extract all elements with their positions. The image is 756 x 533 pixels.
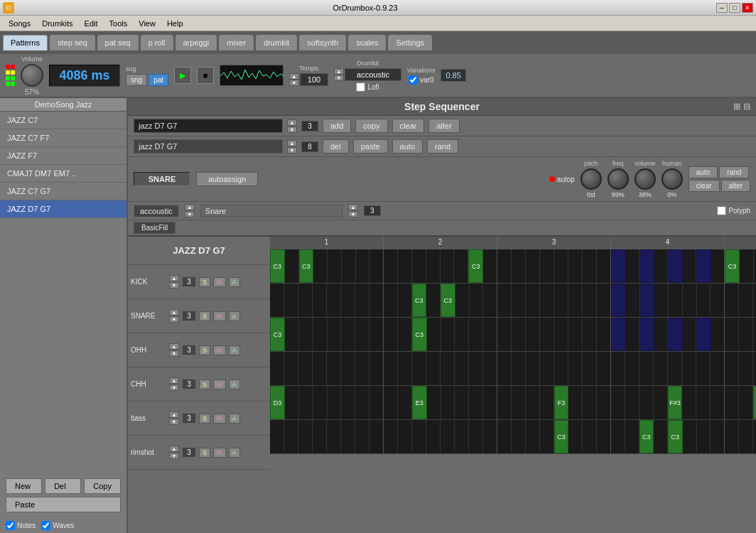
grid-cell-1-0-6[interactable] — [355, 284, 369, 317]
track-vol-up-5[interactable]: ▲ — [169, 446, 179, 452]
grid-cell-2-0-0[interactable]: C3 — [270, 318, 285, 351]
grid-cell-1-3-1[interactable] — [626, 284, 640, 317]
grid-cell-2-1-3[interactable] — [427, 318, 441, 351]
track-vol-down-1[interactable]: ▼ — [169, 316, 179, 323]
grid-cell-0-3-3[interactable] — [654, 249, 669, 283]
inst-alter-button[interactable]: alter — [721, 180, 750, 192]
grid-cell-4-3-0[interactable] — [611, 386, 625, 419]
grid-cell-3-1-3[interactable] — [426, 352, 441, 385]
grid-cell-4-1-3[interactable] — [427, 386, 441, 419]
rand-button[interactable]: rand — [427, 139, 458, 154]
sidebar-item-jazz-c7-g7[interactable]: JAZZ C7 G7 — [0, 183, 126, 200]
grid-cell-2-3-0[interactable] — [611, 318, 626, 351]
expand-icon[interactable]: ⊞ — [733, 102, 740, 112]
sidebar-item-jazz-c7-f7[interactable]: JAZZ C7 F7 — [0, 129, 126, 147]
grid-cell-1-1-7[interactable] — [483, 284, 497, 317]
grid-cell-4-2-0[interactable] — [497, 386, 512, 419]
grid-cell-5-0-5[interactable] — [341, 420, 355, 453]
track-m-2[interactable]: M — [213, 345, 226, 355]
grid-cell-2-2-2[interactable] — [526, 318, 540, 351]
var0-checkbox[interactable] — [409, 75, 418, 85]
grid-cell-2-3-4[interactable] — [668, 318, 683, 351]
grid-cell-5-3-3[interactable] — [654, 420, 668, 453]
grid-cell-2-1-1[interactable] — [398, 318, 412, 351]
grid-cell-1-4-0[interactable] — [725, 284, 739, 317]
grid-cell-0-0-1[interactable] — [285, 249, 299, 283]
track-a-2[interactable]: A — [229, 345, 240, 355]
grid-cell-5-1-5[interactable] — [455, 420, 469, 453]
grid-cell-5-2-7[interactable] — [597, 420, 610, 453]
copy-pattern-button[interactable]: Copy — [84, 478, 121, 494]
grid-cell-1-1-1[interactable] — [398, 284, 412, 317]
minimize-button[interactable]: ─ — [716, 3, 728, 13]
grid-cell-1-3-6[interactable] — [697, 284, 711, 317]
grid-cell-3-2-4[interactable] — [554, 352, 568, 385]
volume-knob-track[interactable] — [634, 168, 656, 190]
grid-cell-5-2-4[interactable]: C3 — [554, 420, 569, 453]
grid-cell-3-0-4[interactable] — [327, 352, 341, 385]
grid-cell-1-0-5[interactable] — [341, 284, 355, 317]
track-vol-down-3[interactable]: ▼ — [169, 384, 179, 391]
grid-cell-0-0-4[interactable] — [328, 249, 342, 283]
grid-cell-1-3-0[interactable] — [611, 284, 626, 317]
tab-p-roll[interactable]: p roll — [141, 35, 173, 50]
grid-cell-4-3-7[interactable] — [711, 386, 724, 419]
grid-cell-1-2-7[interactable] — [597, 284, 610, 317]
grid-cell-3-2-1[interactable] — [512, 352, 526, 385]
grid-cell-0-0-6[interactable] — [356, 249, 370, 283]
stop-button[interactable]: ■ — [197, 67, 214, 84]
grid-cell-1-1-2[interactable]: C3 — [412, 284, 427, 317]
grid-cell-3-3-7[interactable] — [711, 352, 724, 385]
grid-cell-0-0-7[interactable] — [369, 249, 383, 283]
grid-cell-4-4-0[interactable] — [725, 386, 739, 419]
track-m-3[interactable]: M — [213, 379, 226, 389]
instr-up[interactable]: ▲ — [185, 204, 195, 210]
grid-cell-2-2-6[interactable] — [583, 318, 597, 351]
grid-cell-5-3-1[interactable] — [625, 420, 639, 453]
grid-cell-3-0-5[interactable] — [341, 352, 355, 385]
grid-cell-3-0-2[interactable] — [298, 352, 313, 385]
track-vol-down-4[interactable]: ▼ — [169, 419, 179, 425]
grid-cell-0-2-2[interactable] — [526, 249, 540, 283]
grid-cell-2-3-7[interactable] — [711, 318, 725, 351]
grid-cell-4-3-5[interactable] — [682, 386, 696, 419]
tempo-down[interactable]: ▼ — [289, 80, 299, 86]
menu-songs[interactable]: Songs — [3, 18, 36, 29]
grid-cell-3-3-2[interactable] — [639, 352, 654, 385]
grid-cell-2-3-5[interactable] — [683, 318, 697, 351]
grid-cell-1-3-3[interactable] — [654, 284, 669, 317]
grid-cell-0-1-1[interactable] — [398, 249, 412, 283]
grid-cell-5-2-1[interactable] — [512, 420, 526, 453]
grid-cell-3-1-4[interactable] — [441, 352, 455, 385]
track-s-5[interactable]: S — [199, 448, 210, 458]
grid-cell-4-2-6[interactable] — [583, 386, 597, 419]
grid-cell-1-1-4[interactable]: C3 — [441, 284, 455, 317]
maximize-button[interactable]: □ — [729, 3, 740, 13]
grid-cell-2-0-7[interactable] — [369, 318, 383, 351]
tab-patterns[interactable]: Patterns — [3, 35, 48, 50]
grid-cell-1-4-2[interactable] — [753, 284, 756, 317]
tempo-input[interactable] — [300, 73, 328, 86]
grid-cell-3-2-2[interactable] — [526, 352, 540, 385]
grid-cell-2-0-6[interactable] — [355, 318, 369, 351]
grid-cell-2-2-0[interactable] — [497, 318, 512, 351]
grid-cell-2-0-4[interactable] — [328, 318, 342, 351]
grid-cell-0-2-5[interactable] — [568, 249, 583, 283]
grid-cell-3-2-6[interactable] — [583, 352, 597, 385]
tab-arpeggi[interactable]: arpeggi — [176, 35, 217, 50]
grid-cell-5-2-3[interactable] — [540, 420, 554, 453]
grid-cell-4-1-0[interactable] — [384, 386, 398, 419]
track-m-5[interactable]: M — [213, 448, 226, 458]
grid-cell-3-0-3[interactable] — [313, 352, 327, 385]
grid-cell-3-4-1[interactable] — [739, 352, 753, 385]
grid-cell-2-2-5[interactable] — [568, 318, 583, 351]
pitch-knob[interactable] — [580, 168, 602, 190]
grid-cell-0-3-5[interactable] — [683, 249, 697, 283]
grid-cell-3-3-3[interactable] — [654, 352, 668, 385]
grid-cell-2-1-6[interactable] — [469, 318, 483, 351]
del-pattern-button[interactable]: Del — [45, 478, 81, 494]
grid-cell-3-1-2[interactable] — [412, 352, 426, 385]
grid-cell-0-0-3[interactable] — [313, 249, 328, 283]
grid-cell-4-2-7[interactable] — [597, 386, 610, 419]
grid-cell-4-0-4[interactable] — [328, 386, 342, 419]
